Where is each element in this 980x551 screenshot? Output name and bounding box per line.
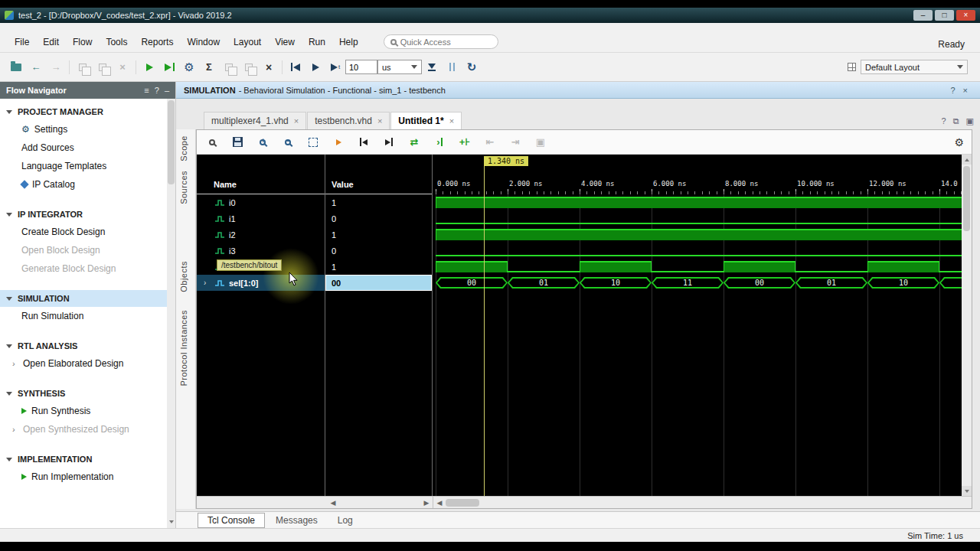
menu-flow[interactable]: Flow	[66, 34, 99, 50]
menu-window[interactable]: Window	[180, 34, 227, 50]
wave-settings-gear-icon[interactable]: ⚙	[954, 136, 964, 148]
quick-access-input[interactable]	[400, 37, 477, 47]
tab-untitled-1[interactable]: Untitled 1* ×	[390, 112, 462, 129]
minimize-button[interactable]: –	[913, 10, 933, 21]
nav-item-create-block-design[interactable]: Create Block Design	[0, 223, 167, 241]
sigma-icon[interactable]: Σ	[199, 59, 219, 76]
menu-view[interactable]: View	[268, 34, 302, 50]
scroll-left-button[interactable]: ◀	[328, 498, 338, 507]
previous-transition-icon[interactable]	[356, 135, 371, 150]
previous-marker-icon[interactable]: ⇤	[482, 135, 498, 150]
flow-navigator-menu-icon[interactable]: ≡	[144, 86, 149, 95]
menu-reports[interactable]: Reports	[134, 34, 180, 50]
quick-access-box[interactable]	[384, 34, 498, 49]
tab-close-icon[interactable]: ×	[377, 116, 382, 126]
next-transition-icon[interactable]	[381, 135, 397, 150]
plot-hscrollbar[interactable]: ◀	[433, 497, 972, 508]
wave-search-icon[interactable]	[204, 135, 220, 150]
add-force-icon[interactable]: ›	[432, 135, 447, 150]
tabbar-float-icon[interactable]: ⧉	[953, 116, 959, 126]
forward-icon[interactable]: →	[46, 59, 66, 76]
time-cursor-line[interactable]	[484, 156, 485, 496]
close-button[interactable]: ×	[956, 10, 975, 21]
close-simulation-icon[interactable]: ×	[259, 59, 279, 76]
nav-item-open-synthesized-design[interactable]: › Open Synthesized Design	[0, 420, 167, 439]
menu-tools[interactable]: Tools	[99, 34, 134, 50]
side-tab-objects[interactable]: Objects	[179, 261, 188, 292]
relaunch-icon[interactable]: ↻	[462, 59, 482, 76]
expand-arrow-icon[interactable]: ›	[204, 279, 206, 287]
run-for-time-icon[interactable]: t	[325, 59, 345, 76]
flow-navigator-collapse-icon[interactable]: –	[165, 86, 169, 95]
nav-item-open-block-design[interactable]: Open Block Design	[0, 241, 167, 259]
restart-simulation-icon[interactable]	[286, 59, 305, 76]
signal-row-i2[interactable]: i2	[197, 227, 325, 243]
paste-icon[interactable]	[93, 59, 113, 76]
menu-help[interactable]: Help	[332, 34, 365, 50]
run-time-input[interactable]	[345, 60, 377, 74]
signal-row-i3[interactable]: i3	[197, 243, 325, 259]
add-marker-icon[interactable]: +⊦	[457, 135, 472, 150]
nav-item-ip-catalog[interactable]: IP Catalog	[0, 175, 167, 194]
nav-item-run-simulation[interactable]: Run Simulation	[0, 307, 167, 325]
settings-gear-icon[interactable]: ⚙	[179, 59, 199, 76]
nav-item-open-elaborated-design[interactable]: › Open Elaborated Design	[0, 354, 167, 373]
tab-testbench-vhd[interactable]: testbench.vhd ×	[307, 112, 390, 129]
tab-log[interactable]: Log	[328, 514, 362, 527]
nav-item-language-templates[interactable]: Language Templates	[0, 157, 167, 175]
zoom-in-icon[interactable]: +	[255, 135, 270, 150]
pane-close-icon[interactable]: ×	[963, 86, 968, 95]
section-synthesis[interactable]: SYNTHESIS	[0, 385, 167, 402]
names-hscrollbar[interactable]: ◀ ▶	[197, 497, 433, 508]
scroll-right-button[interactable]: ▶	[422, 498, 431, 507]
signal-row-i1[interactable]: i1	[197, 210, 325, 227]
tabbar-maximize-icon[interactable]: ▣	[966, 116, 974, 126]
elaborate-icon[interactable]	[219, 59, 239, 76]
copy-icon[interactable]	[73, 59, 93, 76]
menu-file[interactable]: File	[8, 34, 36, 50]
flow-navigator-help-icon[interactable]: ?	[155, 86, 159, 95]
pause-icon[interactable]	[442, 59, 462, 76]
back-icon[interactable]: ←	[26, 59, 46, 76]
tab-close-icon[interactable]: ×	[449, 116, 454, 126]
scrollbar-thumb[interactable]	[168, 100, 175, 184]
scroll-down-button[interactable]	[962, 486, 972, 496]
nav-item-generate-block-design[interactable]: Generate Block Design	[0, 259, 167, 278]
side-tab-sources[interactable]: Sources	[179, 171, 188, 204]
section-simulation[interactable]: SIMULATION	[0, 290, 167, 307]
tab-messages[interactable]: Messages	[266, 514, 327, 527]
wave-vertical-scrollbar[interactable]	[962, 155, 972, 496]
nav-item-add-sources[interactable]: Add Sources	[0, 139, 167, 157]
run-button-icon[interactable]	[139, 59, 159, 76]
pane-help-icon[interactable]: ?	[950, 86, 955, 95]
tabbar-help-icon[interactable]: ?	[942, 116, 946, 126]
section-ip-integrator[interactable]: IP INTEGRATOR	[0, 206, 167, 223]
zoom-fit-icon[interactable]	[305, 135, 321, 150]
open-recent-icon[interactable]	[6, 59, 26, 76]
scroll-up-button[interactable]	[962, 155, 972, 165]
snap-to-transition-icon[interactable]: ▣	[533, 135, 548, 150]
menu-run[interactable]: Run	[302, 34, 332, 50]
swap-cursors-icon[interactable]: ⇄	[407, 135, 422, 150]
step-icon[interactable]	[422, 59, 442, 76]
menu-layout[interactable]: Layout	[227, 34, 268, 50]
nav-item-run-synthesis[interactable]: Run Synthesis	[0, 402, 167, 420]
wave-save-icon[interactable]	[230, 135, 245, 150]
signal-row-i0[interactable]: i0	[197, 194, 325, 210]
maximize-button[interactable]: □	[935, 10, 954, 21]
scrollbar-thumb[interactable]	[446, 499, 479, 507]
scrollbar-thumb[interactable]	[963, 166, 970, 231]
zoom-out-icon[interactable]: −	[280, 135, 296, 150]
tab-multiplexer4-1-vhd[interactable]: multiplexer4_1.vhd ×	[204, 112, 306, 129]
time-unit-select[interactable]: us	[377, 60, 422, 74]
side-tab-protocol-instances[interactable]: Protocol Instances	[179, 310, 188, 386]
layout-selector[interactable]: Default Layout	[861, 60, 968, 74]
next-marker-icon[interactable]: ⇥	[508, 135, 523, 150]
section-implementation[interactable]: IMPLEMENTATION	[0, 451, 167, 468]
waveform-plot[interactable]: 0.000 ns2.000 ns4.000 ns6.000 ns8.000 ns…	[433, 155, 962, 496]
run-all-icon[interactable]	[159, 59, 179, 76]
scroll-left-button[interactable]: ◀	[435, 498, 444, 507]
side-tab-scope[interactable]: Scope	[179, 135, 188, 161]
menu-edit[interactable]: Edit	[36, 34, 66, 50]
go-to-time-icon[interactable]	[331, 135, 346, 150]
